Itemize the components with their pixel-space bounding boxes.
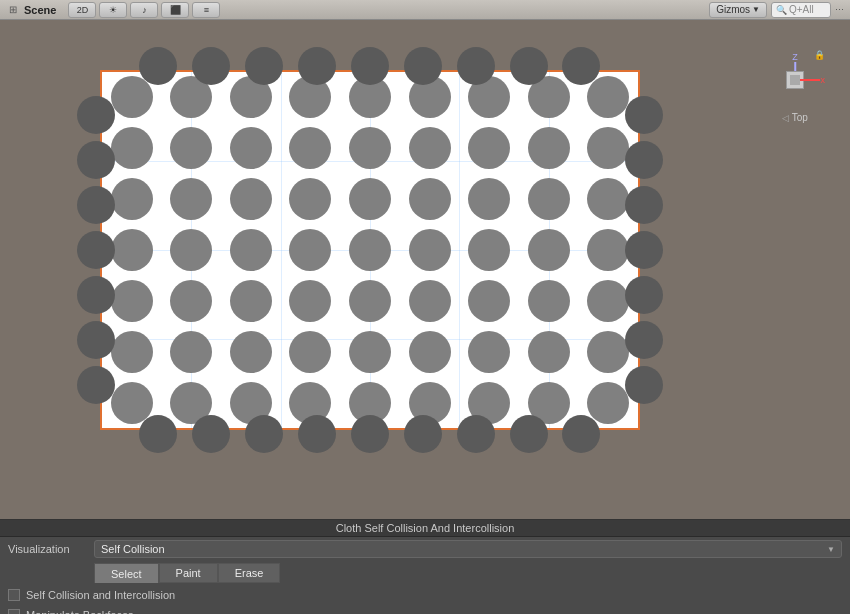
dot — [111, 229, 153, 271]
dot-cell — [340, 174, 400, 225]
dots-outer-left — [77, 72, 115, 428]
outer-dot-right — [625, 321, 663, 359]
gizmos-button[interactable]: Gizmos ▼ — [709, 2, 767, 18]
outer-dot-top — [139, 47, 177, 85]
dot — [111, 331, 153, 373]
dot — [587, 178, 629, 220]
2d-button[interactable]: 2D — [68, 2, 96, 18]
dot — [111, 280, 153, 322]
dot — [468, 331, 510, 373]
dot-cell — [400, 326, 460, 377]
visualization-value: Self Collision — [101, 543, 165, 555]
outer-dot-left — [77, 276, 115, 314]
outer-dot-right — [625, 366, 663, 404]
outer-dot-top — [404, 47, 442, 85]
outer-dot-left — [77, 96, 115, 134]
dropdown-arrow-icon: ▼ — [827, 545, 835, 554]
dot-cell — [519, 275, 579, 326]
dot-cell — [340, 275, 400, 326]
outer-dot-left — [77, 186, 115, 224]
gizmo-axes: Z x 🔒 — [765, 50, 825, 110]
dot — [111, 127, 153, 169]
dot — [111, 178, 153, 220]
outer-dot-right — [625, 96, 663, 134]
x-axis-line — [800, 79, 820, 81]
cloth-canvas — [100, 70, 640, 430]
dot — [468, 127, 510, 169]
dot — [170, 178, 212, 220]
outer-dot-bottom — [192, 415, 230, 453]
dot-cell — [221, 225, 281, 276]
outer-dot-top — [298, 47, 336, 85]
outer-dot-bottom — [139, 415, 177, 453]
manipulate-backfaces-checkbox[interactable] — [8, 609, 20, 614]
erase-button[interactable]: Erase — [218, 563, 281, 583]
outer-dot-top — [562, 47, 600, 85]
layers-button[interactable]: ≡ — [192, 2, 220, 18]
dot — [528, 229, 570, 271]
outer-dot-top — [510, 47, 548, 85]
dot — [468, 229, 510, 271]
title-bar: ⊞ Scene 2D ☀ ♪ ⬛ ≡ Gizmos ▼ 🔍 Q+All ⋯ — [0, 0, 850, 20]
select-button[interactable]: Select — [94, 563, 159, 583]
dot — [230, 331, 272, 373]
self-collision-label: Self Collision and Intercollision — [26, 589, 175, 601]
search-box[interactable]: 🔍 Q+All — [771, 2, 831, 18]
outer-dot-top — [351, 47, 389, 85]
expand-icon[interactable]: ⋯ — [835, 5, 844, 15]
dot — [528, 178, 570, 220]
panel-title: Cloth Self Collision And Intercollision — [0, 520, 850, 537]
dot — [409, 280, 451, 322]
title-bar-label: Scene — [24, 4, 56, 16]
dot-cell — [281, 123, 341, 174]
paint-button[interactable]: Paint — [159, 563, 218, 583]
dot-cell — [221, 174, 281, 225]
dot-cell — [281, 275, 341, 326]
dot — [349, 178, 391, 220]
outer-dot-top — [457, 47, 495, 85]
dot — [409, 178, 451, 220]
dots-grid — [102, 72, 638, 428]
outer-dot-right — [625, 186, 663, 224]
dot-cell — [340, 123, 400, 174]
outer-dot-right — [625, 276, 663, 314]
dot-cell — [400, 123, 460, 174]
dot — [528, 331, 570, 373]
dot — [349, 127, 391, 169]
dot-cell — [162, 225, 222, 276]
outer-dot-left — [77, 231, 115, 269]
checkbox-row-2: Manipulate Backfaces — [0, 605, 850, 614]
dot-cell — [459, 174, 519, 225]
outer-dot-left — [77, 366, 115, 404]
dot-cell — [221, 275, 281, 326]
dots-outer-bottom — [102, 415, 638, 453]
camera-button[interactable]: ⬛ — [161, 2, 189, 18]
dot-cell — [162, 174, 222, 225]
dot — [230, 127, 272, 169]
panel-buttons-row: Select Paint Erase — [86, 561, 850, 585]
dot — [230, 280, 272, 322]
outer-dot-right — [625, 231, 663, 269]
outer-dot-bottom — [562, 415, 600, 453]
outer-dot-left — [77, 141, 115, 179]
sun-button[interactable]: ☀ — [99, 2, 127, 18]
dot — [289, 229, 331, 271]
dot-cell — [340, 326, 400, 377]
gizmo-view-label: ◁ Top — [782, 112, 808, 123]
dot-cell — [459, 225, 519, 276]
dots-outer-right — [625, 72, 663, 428]
outer-dot-top — [192, 47, 230, 85]
self-collision-checkbox[interactable] — [8, 589, 20, 601]
dot-cell — [162, 275, 222, 326]
outer-dot-bottom — [404, 415, 442, 453]
outer-dot-bottom — [510, 415, 548, 453]
audio-button[interactable]: ♪ — [130, 2, 158, 18]
gizmo-widget: Z x 🔒 ◁ Top — [760, 50, 830, 140]
z-axis-label: Z — [792, 52, 798, 62]
dot-cell — [281, 326, 341, 377]
outer-dot-right — [625, 141, 663, 179]
dot — [289, 331, 331, 373]
dot-cell — [519, 174, 579, 225]
visualization-dropdown[interactable]: Self Collision ▼ — [94, 540, 842, 558]
scene-icon: ⊞ — [6, 3, 20, 17]
